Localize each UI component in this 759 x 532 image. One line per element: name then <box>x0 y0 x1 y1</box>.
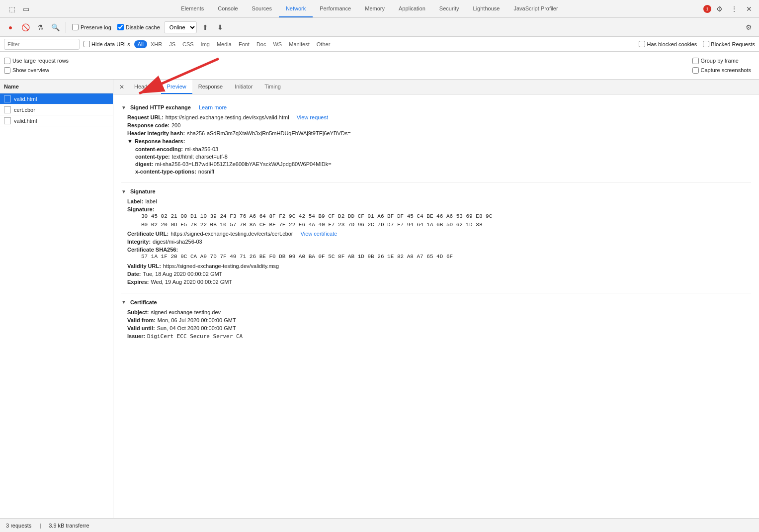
has-blocked-cookies-input[interactable] <box>639 41 645 47</box>
valid-from-value: Mon, 06 Jul 2020 00:00:00 GMT <box>158 317 236 323</box>
cert-url-row: Certificate URL: https://signed-exchange… <box>121 231 751 237</box>
preserve-log-checkbox[interactable]: Preserve log <box>70 24 113 30</box>
options-left: Use large request rows Show overview <box>4 58 692 74</box>
content-encoding-value: mi-sha256-03 <box>185 146 218 152</box>
response-headers-subsection: ▼ Response headers: content-encoding: mi… <box>121 138 751 175</box>
filter-font[interactable]: Font <box>235 40 253 48</box>
record-button[interactable]: ● <box>4 21 17 34</box>
x-content-type-label: x-content-type-options: <box>135 169 196 175</box>
subject-label: Subject: <box>127 309 149 315</box>
filter-manifest[interactable]: Manifest <box>285 40 313 48</box>
inspect-icon[interactable]: ⬚ <box>5 2 19 16</box>
filter-xhr[interactable]: XHR <box>147 40 166 48</box>
file-name-1: valid.html <box>14 96 37 102</box>
sub-tab-close-icon[interactable]: ✕ <box>115 81 128 93</box>
file-name-3: valid.html <box>14 118 37 124</box>
filter-ws[interactable]: WS <box>269 40 285 48</box>
sig-signature-row: Signature: 30 45 02 21 00 D1 10 39 24 F3… <box>121 206 751 229</box>
preserve-log-label: Preserve log <box>81 24 111 30</box>
learn-more-link[interactable]: Learn more <box>199 104 227 110</box>
certificate-triangle[interactable]: ▼ <box>121 299 126 305</box>
preserve-log-input[interactable] <box>72 24 79 30</box>
cert-sha-label: Certificate SHA256: <box>127 247 178 253</box>
use-large-rows-option[interactable]: Use large request rows <box>4 58 692 64</box>
signed-http-exchange-section: ▼ Signed HTTP exchange Learn more Reques… <box>121 98 751 182</box>
sig-hex-2: B0 02 20 0D E5 78 22 0B 10 57 7B 8A CF B… <box>127 221 483 229</box>
file-list: Name valid.html cert.cbor valid.html <box>0 80 113 532</box>
devtools-icons: ⬚ ▭ <box>2 0 36 17</box>
upload-icon[interactable]: ⬆ <box>199 21 212 34</box>
signature-title: ▼ Signature <box>121 188 751 194</box>
file-item-valid-html-2[interactable]: valid.html <box>0 115 113 126</box>
group-by-frame-option[interactable]: Group by frame <box>692 58 752 64</box>
view-certificate-link[interactable]: View certificate <box>301 231 337 237</box>
settings-icon[interactable]: ⚙ <box>712 2 726 16</box>
header-integrity-label: Header integrity hash: <box>127 130 185 136</box>
tab-lighthouse[interactable]: Lighthouse <box>466 0 507 17</box>
close-icon[interactable]: ✕ <box>742 2 756 16</box>
tab-js-profiler[interactable]: JavaScript Profiler <box>506 0 565 17</box>
response-headers-triangle[interactable]: ▼ <box>127 138 133 144</box>
disable-cache-input[interactable] <box>117 24 124 30</box>
filter-icon[interactable]: ⚗ <box>34 21 47 34</box>
disable-cache-label: Disable cache <box>126 24 160 30</box>
valid-from-label: Valid from: <box>127 317 156 323</box>
blocked-requests-input[interactable] <box>703 41 709 47</box>
filter-input[interactable] <box>4 39 80 50</box>
more-icon[interactable]: ⋮ <box>727 2 741 16</box>
tab-sources[interactable]: Sources <box>245 0 279 17</box>
expires-row: Expires: Wed, 19 Aug 2020 00:00:02 GMT <box>121 279 751 285</box>
filter-js[interactable]: JS <box>166 40 179 48</box>
signature-triangle[interactable]: ▼ <box>121 189 126 194</box>
filter-img[interactable]: Img <box>197 40 213 48</box>
sub-tab-initiator[interactable]: Initiator <box>229 80 258 94</box>
blocked-requests-checkbox[interactable]: Blocked Requests <box>703 41 755 47</box>
certificate-section: ▼ Certificate Subject: signed-exchange-t… <box>121 293 751 348</box>
show-overview-option[interactable]: Show overview <box>4 67 692 74</box>
signature-section: ▼ Signature Label: label Signature: 30 4… <box>121 182 751 293</box>
tab-security[interactable]: Security <box>432 0 466 17</box>
search-button[interactable]: 🔍 <box>49 21 62 34</box>
tab-console[interactable]: Console <box>211 0 245 17</box>
validity-url-row: Validity URL: https://signed-exchange-te… <box>121 263 751 269</box>
sub-tab-headers[interactable]: Headers <box>128 80 161 94</box>
show-overview-input[interactable] <box>4 67 10 74</box>
group-by-frame-input[interactable] <box>692 58 699 64</box>
settings-gear-icon[interactable]: ⚙ <box>742 21 755 34</box>
throttle-select[interactable]: Online <box>164 21 197 33</box>
file-item-valid-html-1[interactable]: valid.html <box>0 93 113 104</box>
response-code-row: Response code: 200 <box>121 122 751 128</box>
clear-button[interactable]: 🚫 <box>19 21 32 34</box>
device-icon[interactable]: ▭ <box>19 2 33 16</box>
capture-screenshots-input[interactable] <box>692 67 699 74</box>
toolbar-separator-1 <box>66 22 66 33</box>
capture-screenshots-option[interactable]: Capture screenshots <box>692 67 752 74</box>
filter-other[interactable]: Other <box>313 40 334 48</box>
has-blocked-cookies-checkbox[interactable]: Has blocked cookies <box>639 41 697 47</box>
cert-url-value: https://signed-exchange-testing.dev/cert… <box>170 231 337 237</box>
disable-cache-checkbox[interactable]: Disable cache <box>115 24 162 30</box>
sub-tab-preview[interactable]: Preview <box>161 80 192 94</box>
filter-all[interactable]: All <box>134 40 147 48</box>
tab-performance[interactable]: Performance <box>313 0 358 17</box>
view-request-link[interactable]: View request <box>297 114 328 120</box>
filter-doc[interactable]: Doc <box>253 40 270 48</box>
tab-memory[interactable]: Memory <box>358 0 392 17</box>
file-item-cert-cbor[interactable]: cert.cbor <box>0 104 113 115</box>
use-large-rows-input[interactable] <box>4 58 10 64</box>
hide-data-urls-checkbox[interactable]: Hide data URLs <box>84 41 130 47</box>
download-icon[interactable]: ⬇ <box>214 21 227 34</box>
file-icon-3 <box>4 117 11 124</box>
tab-elements[interactable]: Elements <box>174 0 211 17</box>
sub-tab-timing[interactable]: Timing <box>258 80 287 94</box>
use-large-rows-label: Use large request rows <box>12 58 69 64</box>
filter-row: Hide data URLs All XHR JS CSS Img Media … <box>0 37 759 52</box>
tab-network[interactable]: Network <box>279 0 313 17</box>
hide-data-urls-input[interactable] <box>84 41 90 47</box>
filter-media[interactable]: Media <box>213 40 235 48</box>
sub-tab-response[interactable]: Response <box>192 80 229 94</box>
tab-application[interactable]: Application <box>392 0 432 17</box>
collapse-triangle[interactable]: ▼ <box>121 105 126 110</box>
issuer-label: Issuer: <box>127 333 145 339</box>
filter-css[interactable]: CSS <box>179 40 197 48</box>
